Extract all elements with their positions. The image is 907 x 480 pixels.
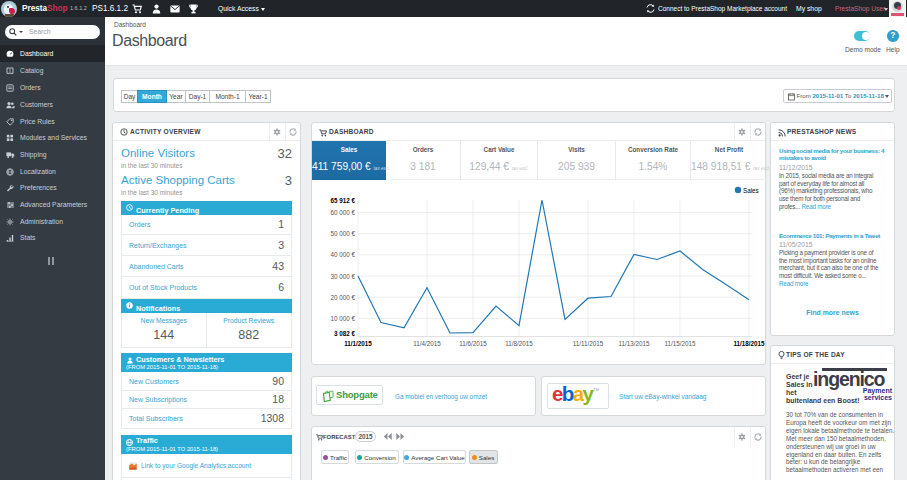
svg-text:10 000 €: 10 000 € [330,315,355,322]
svg-text:11/11/2015: 11/11/2015 [573,340,604,347]
svg-text:11/4/2015: 11/4/2015 [413,340,441,347]
svg-text:20 000 €: 20 000 € [330,294,355,301]
svg-text:Sales: Sales [743,187,759,194]
svg-text:40 000 €: 40 000 € [330,251,355,258]
svg-text:11/1/2015: 11/1/2015 [344,340,372,347]
svg-text:11/8/2015: 11/8/2015 [505,340,533,347]
svg-text:60 000 €: 60 000 € [330,209,355,216]
svg-text:30 000 €: 30 000 € [330,273,355,280]
svg-text:11/18/2015: 11/18/2015 [733,340,765,347]
svg-text:11/6/2015: 11/6/2015 [459,340,487,347]
svg-text:11/15/2015: 11/15/2015 [664,340,696,347]
svg-text:11/13/2015: 11/13/2015 [618,340,650,347]
svg-text:65 912 €: 65 912 € [330,197,355,204]
svg-text:3 082 €: 3 082 € [334,330,356,337]
svg-text:50 000 €: 50 000 € [330,230,355,237]
